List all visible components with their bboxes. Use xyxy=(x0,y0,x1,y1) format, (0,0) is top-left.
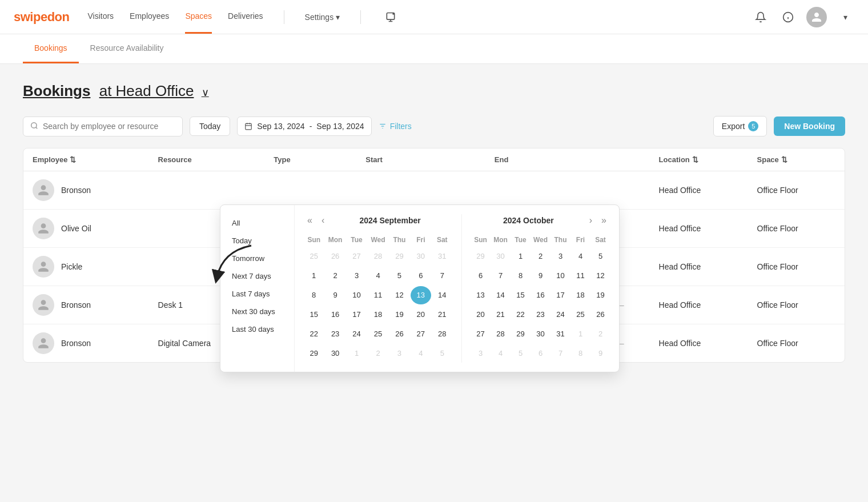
cal-day[interactable]: 30 xyxy=(531,325,550,343)
new-booking-button[interactable]: New Booking xyxy=(774,117,845,136)
cal-day[interactable]: 3 xyxy=(347,267,367,285)
cal-day[interactable]: 27 xyxy=(471,325,490,343)
quick-filter-tomorrow[interactable]: Tomorrow xyxy=(220,250,294,267)
cal-day[interactable]: 24 xyxy=(347,325,367,343)
nav-spaces[interactable]: Spaces xyxy=(185,0,212,34)
cal-day[interactable]: 14 xyxy=(491,286,510,304)
cal-day[interactable]: 21 xyxy=(491,306,510,324)
cal-prev-button[interactable]: ‹ xyxy=(318,214,328,227)
cal-day[interactable]: 1 xyxy=(511,247,530,266)
nav-settings[interactable]: Settings ▾ xyxy=(305,13,340,22)
quick-filter-next-30-days[interactable]: Next 30 days xyxy=(220,303,294,320)
cal-day[interactable]: 17 xyxy=(347,306,367,324)
cal-day[interactable]: 30 xyxy=(325,344,345,363)
cal-day[interactable]: 26 xyxy=(389,325,409,343)
cal-day[interactable]: 20 xyxy=(411,306,431,324)
info-icon[interactable] xyxy=(779,8,797,26)
cal-day[interactable]: 23 xyxy=(325,325,345,343)
cal-day[interactable]: 23 xyxy=(531,306,550,324)
today-button[interactable]: Today xyxy=(190,117,230,136)
cal-day[interactable]: 9 xyxy=(531,267,550,285)
quick-filter-all[interactable]: All xyxy=(220,214,294,232)
cal-day[interactable]: 11 xyxy=(571,267,590,285)
cal-day[interactable]: 7 xyxy=(432,267,452,285)
location-caret-icon[interactable]: ∨ xyxy=(202,87,209,98)
cal-day[interactable]: 10 xyxy=(551,267,570,285)
col-location[interactable]: Location ⇅ xyxy=(650,148,748,171)
export-label: Export xyxy=(722,122,745,131)
cal-day[interactable]: 28 xyxy=(491,325,510,343)
cal-day[interactable]: 18 xyxy=(571,286,590,304)
cal-day[interactable]: 3 xyxy=(551,247,570,266)
cal-day[interactable]: 26 xyxy=(591,306,610,324)
date-range-picker[interactable]: Sep 13, 2024 - Sep 13, 2024 xyxy=(237,117,371,136)
tab-resource-availability[interactable]: Resource Availability xyxy=(79,34,175,63)
cal-day[interactable]: 17 xyxy=(551,286,570,304)
cal-day[interactable]: 21 xyxy=(432,306,452,324)
filters-button[interactable]: Filters xyxy=(379,122,412,131)
cal-day[interactable]: 6 xyxy=(471,267,490,285)
kiosk-icon[interactable] xyxy=(381,8,400,26)
export-button[interactable]: Export 5 xyxy=(713,116,767,136)
col-space[interactable]: Space ⇅ xyxy=(748,148,845,171)
cal-day[interactable]: 5 xyxy=(591,247,610,266)
cal-day[interactable]: 6 xyxy=(411,267,431,285)
cal-day[interactable]: 1 xyxy=(304,267,324,285)
cal-day[interactable]: 14 xyxy=(432,286,452,304)
cal-day[interactable]: 28 xyxy=(432,325,452,343)
september-header: « ‹ 2024 September xyxy=(304,214,452,227)
cell-space: Office Floor xyxy=(748,210,845,248)
cal-day[interactable]: 12 xyxy=(591,267,610,285)
quick-filter-last-7-days[interactable]: Last 7 days xyxy=(220,285,294,303)
cal-day[interactable]: 2 xyxy=(325,267,345,285)
quick-filter-last-30-days[interactable]: Last 30 days xyxy=(220,320,294,338)
cal-prev-prev-button[interactable]: « xyxy=(304,214,316,227)
quick-filter-next-7-days[interactable]: Next 7 days xyxy=(220,267,294,285)
cal-day[interactable]: 20 xyxy=(471,306,490,324)
avatar[interactable] xyxy=(806,7,827,27)
nav-deliveries[interactable]: Deliveries xyxy=(228,0,263,34)
cal-day[interactable]: 2 xyxy=(531,247,550,266)
cal-day[interactable]: 12 xyxy=(389,286,409,304)
cal-day[interactable]: 25 xyxy=(368,325,388,343)
cal-next-next-button[interactable]: » xyxy=(598,214,610,227)
cal-day[interactable]: 8 xyxy=(511,267,530,285)
account-caret-icon[interactable]: ▾ xyxy=(836,8,854,26)
employee-name: Bronson xyxy=(61,339,91,348)
cal-day[interactable]: 25 xyxy=(571,306,590,324)
nav-employees[interactable]: Employees xyxy=(130,0,169,34)
cal-day[interactable]: 19 xyxy=(389,306,409,324)
cal-day[interactable]: 22 xyxy=(304,325,324,343)
cal-day[interactable]: 19 xyxy=(591,286,610,304)
cal-day[interactable]: 29 xyxy=(304,344,324,363)
nav-visitors[interactable]: Visitors xyxy=(87,0,114,34)
cal-day[interactable]: 13 xyxy=(471,286,490,304)
cal-day[interactable]: 11 xyxy=(368,286,388,304)
cal-day[interactable]: 9 xyxy=(325,286,345,304)
search-input[interactable] xyxy=(43,122,175,131)
cal-day[interactable]: 22 xyxy=(511,306,530,324)
col-employee[interactable]: Employee ⇅ xyxy=(23,148,149,171)
cal-day[interactable]: 13 xyxy=(411,286,431,304)
cal-day[interactable]: 24 xyxy=(551,306,570,324)
cal-day[interactable]: 4 xyxy=(571,247,590,266)
cal-day[interactable]: 8 xyxy=(304,286,324,304)
cal-day[interactable]: 18 xyxy=(368,306,388,324)
cal-day[interactable]: 16 xyxy=(531,286,550,304)
cal-day[interactable]: 29 xyxy=(511,325,530,343)
cal-day[interactable]: 15 xyxy=(511,286,530,304)
cal-day[interactable]: 31 xyxy=(551,325,570,343)
tab-bookings[interactable]: Bookings xyxy=(23,34,79,63)
location-label[interactable]: at Head Office xyxy=(99,82,194,99)
cal-day[interactable]: 15 xyxy=(304,306,324,324)
notification-icon[interactable] xyxy=(752,8,770,26)
cal-day[interactable]: 4 xyxy=(368,267,388,285)
cal-day[interactable]: 10 xyxy=(347,286,367,304)
cal-day[interactable]: 16 xyxy=(325,306,345,324)
cal-day[interactable]: 5 xyxy=(389,267,409,285)
cal-next-button[interactable]: › xyxy=(586,214,596,227)
cal-day[interactable]: 27 xyxy=(411,325,431,343)
cal-day[interactable]: 7 xyxy=(491,267,510,285)
quick-filter-today[interactable]: Today xyxy=(220,232,294,250)
logo[interactable]: swipedon xyxy=(14,10,69,25)
